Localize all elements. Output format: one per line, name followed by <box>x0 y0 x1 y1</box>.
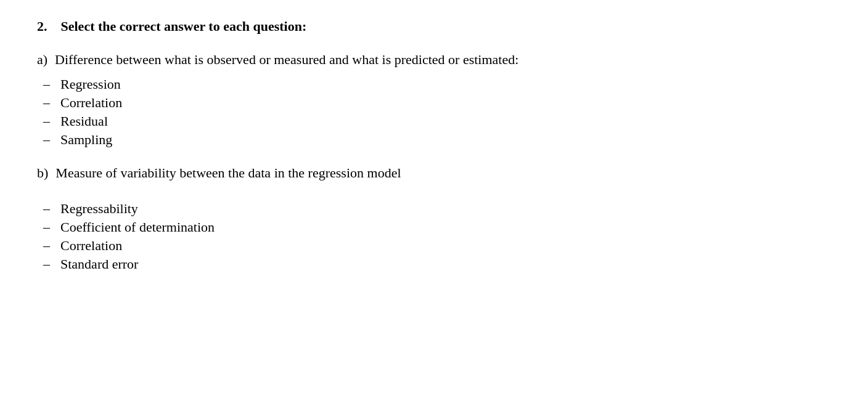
list-item: – Residual <box>43 113 831 129</box>
option-text: Regressability <box>60 201 138 217</box>
dash-icon: – <box>43 95 52 111</box>
list-item: – Standard error <box>43 256 831 272</box>
dash-icon: – <box>43 219 52 235</box>
part-a-row: a) Difference between what is observed o… <box>37 52 831 73</box>
question-number: 2. <box>37 18 47 34</box>
dash-icon: – <box>43 76 52 92</box>
list-item: – Regressability <box>43 201 831 217</box>
question-header: 2. Select the correct answer to each que… <box>37 18 831 34</box>
part-a-label: a) <box>37 52 47 68</box>
option-text: Correlation <box>60 95 122 111</box>
section-b: b) Measure of variability between the da… <box>37 165 831 272</box>
part-a-options: – Regression – Correlation – Residual – … <box>43 76 831 148</box>
option-text: Coefficient of determination <box>60 219 215 235</box>
page-content: 2. Select the correct answer to each que… <box>37 18 831 272</box>
dash-icon: – <box>43 113 52 129</box>
list-item: – Sampling <box>43 132 831 148</box>
dash-icon: – <box>43 201 52 217</box>
list-item: – Regression <box>43 76 831 92</box>
part-b-options: – Regressability – Coefficient of determ… <box>43 201 831 272</box>
part-b-question: Measure of variability between the data … <box>55 165 401 181</box>
list-item: – Correlation <box>43 95 831 111</box>
part-b-row: b) Measure of variability between the da… <box>37 165 831 186</box>
dash-icon: – <box>43 132 52 148</box>
dash-icon: – <box>43 256 52 272</box>
option-text: Correlation <box>60 238 122 254</box>
list-item: – Correlation <box>43 238 831 254</box>
option-text: Residual <box>60 113 108 129</box>
section-a: a) Difference between what is observed o… <box>37 52 831 148</box>
list-item: – Coefficient of determination <box>43 219 831 235</box>
dash-icon: – <box>43 238 52 254</box>
option-text: Standard error <box>60 256 138 272</box>
part-a-question: Difference between what is observed or m… <box>55 52 518 68</box>
question-label: Select the correct answer to each questi… <box>61 18 307 34</box>
option-text: Regression <box>60 76 121 92</box>
option-text: Sampling <box>60 132 112 148</box>
part-b-label: b) <box>37 165 48 181</box>
